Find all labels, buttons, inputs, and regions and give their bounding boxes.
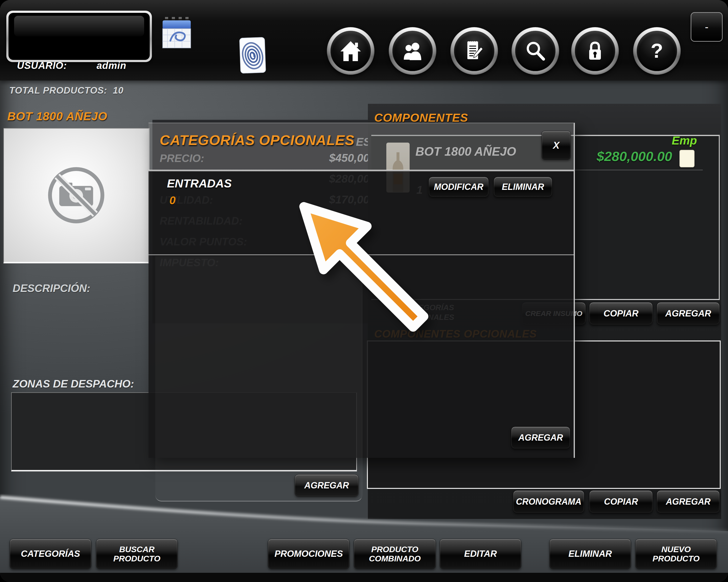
emp-checkbox[interactable] (679, 150, 695, 167)
fingerprint-icon[interactable] (239, 37, 266, 74)
edit-note-icon (454, 31, 494, 71)
users-icon (392, 31, 433, 71)
price-row-divider (565, 170, 703, 170)
top-bar: USUARIO: admin (0, 0, 728, 81)
users-button[interactable] (389, 27, 436, 75)
bottom-frame-strip (0, 573, 728, 582)
toolbar-categories-button[interactable]: CATEGORÍAS (10, 539, 91, 569)
category-entry-count: 0 (170, 194, 176, 207)
total-products-value: 10 (113, 85, 124, 95)
arrow-cursor-icon (286, 189, 441, 345)
display-panel (6, 11, 152, 62)
help-icon: ? (637, 31, 677, 71)
dialog-close-button[interactable]: X (542, 131, 571, 160)
search-button[interactable] (512, 27, 559, 75)
toolbar-new-product-button[interactable]: NUEVO PRODUCTO (635, 539, 717, 569)
category-entry-label: ENTRADAS (167, 177, 232, 190)
help-button[interactable]: ? (633, 27, 681, 75)
total-products: TOTAL PRODUCTOS: 10 (9, 85, 124, 96)
toolbar-promotions-button[interactable]: PROMOCIONES (268, 539, 349, 569)
minimize-button[interactable]: - (691, 12, 723, 42)
toolbar-delete-button[interactable]: ELIMINAR (549, 539, 631, 569)
home-icon (331, 31, 371, 71)
components-add-button[interactable]: AGREGAR (657, 302, 720, 325)
component-price: $280,000.00 (577, 148, 672, 164)
svg-text:?: ? (651, 39, 663, 62)
dialog-divider (149, 170, 574, 171)
emp-label: Emp (641, 134, 697, 147)
close-icon: X (553, 140, 560, 151)
search-icon (515, 31, 555, 71)
user-label: USUARIO: (17, 60, 67, 71)
toolbar-edit-button[interactable]: EDITAR (440, 539, 521, 569)
lock-button[interactable] (571, 27, 619, 75)
notes-button[interactable] (450, 27, 498, 75)
user-value: admin (97, 60, 126, 71)
delete-button[interactable]: ELIMINAR (494, 177, 552, 197)
description-label: DESCRIPCIÓN: (12, 282, 90, 295)
toolbar-search-product-button[interactable]: BUSCAR PRODUCTO (96, 539, 178, 569)
home-button[interactable] (327, 27, 374, 75)
total-products-label: TOTAL PRODUCTOS: (9, 85, 107, 95)
components-copy-button[interactable]: COPIAR (589, 302, 653, 325)
product-title: BOT 1800 AÑEJO (7, 110, 107, 123)
zones-label: ZONAS DE DESPACHO: (12, 378, 134, 390)
no-camera-icon (44, 163, 109, 228)
app-window: USUARIO: admin (0, 0, 728, 582)
calendar-icon[interactable] (162, 17, 191, 49)
dialog-title: CATEGORÍAS OPCIONALES (160, 132, 355, 148)
minimize-label: - (705, 21, 709, 33)
components-title: COMPONENTES (374, 111, 468, 124)
toolbar-combined-product-button[interactable]: PRODUCTO COMBINADO (354, 539, 436, 569)
product-photo-placeholder (3, 128, 150, 264)
dialog-add-button[interactable]: AGREGAR (511, 426, 570, 449)
lock-icon (575, 31, 615, 71)
display-screen (8, 13, 150, 60)
